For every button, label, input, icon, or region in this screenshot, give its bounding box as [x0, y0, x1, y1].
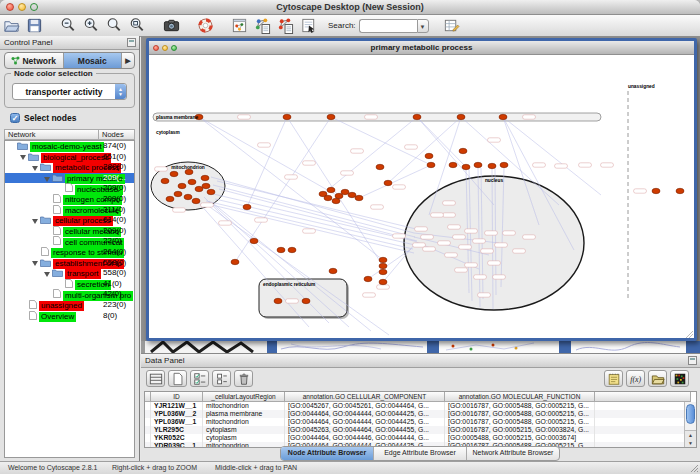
scrollbar-arrows[interactable]: ▲▼ — [685, 430, 696, 447]
tree-row-unassigned[interactable]: unassigned223(0) — [5, 300, 134, 311]
network-node[interactable] — [185, 169, 193, 174]
expander-icon[interactable] — [32, 261, 38, 266]
network-node[interactable] — [170, 171, 178, 176]
network-node[interactable] — [274, 298, 282, 303]
delete-attribute-button[interactable] — [234, 370, 253, 387]
close-icon[interactable] — [153, 45, 159, 51]
zoom-button[interactable] — [30, 3, 38, 11]
function-fx-button[interactable]: f(x) — [626, 370, 645, 387]
dropdown-stepper-icon[interactable]: ▲▼ — [115, 84, 126, 99]
column-header-id[interactable]: ID — [151, 392, 203, 402]
new-network-blue-button[interactable] — [252, 16, 273, 35]
table-row-YLR295C[interactable]: YLR295Ccytoplasm[GO:0045263, GO:0044464,… — [145, 426, 696, 434]
network-node[interactable] — [231, 259, 239, 264]
save-session-button[interactable] — [24, 16, 45, 35]
tab-overflow-arrow[interactable]: ▶ — [122, 53, 134, 68]
table-scrollbar[interactable]: ▲▼ — [684, 402, 696, 447]
tab-node-attribute-browser[interactable]: Node Attribute Browser — [281, 447, 374, 460]
network-node[interactable] — [192, 198, 200, 203]
tree-row-nucleobase-[interactable]: nucleobase-209(0) — [5, 183, 134, 194]
column-header-annotation-go-cellular-component[interactable]: annotation.GO CELLULAR_COMPONENT — [285, 392, 445, 402]
network-edge[interactable] — [323, 117, 417, 194]
network-edge[interactable] — [247, 117, 287, 207]
background-windows[interactable] — [141, 341, 700, 353]
network-canvas[interactable]: plasma membranecytoplasmmitochondrionnuc… — [149, 55, 694, 338]
network-node[interactable] — [449, 162, 457, 167]
resize-grip[interactable] — [690, 464, 699, 473]
canvas-resize-grip[interactable] — [686, 331, 693, 338]
network-node[interactable] — [427, 162, 435, 167]
tree-row-secretion[interactable]: secretion41(0) — [5, 279, 134, 290]
network-edge[interactable] — [209, 193, 414, 241]
network-node[interactable] — [379, 257, 387, 262]
network-node[interactable] — [202, 183, 210, 188]
network-node[interactable] — [488, 163, 496, 168]
network-node[interactable] — [332, 198, 340, 203]
network-node[interactable] — [243, 204, 251, 209]
zoom-fit-button[interactable] — [127, 16, 148, 35]
open-file-button[interactable] — [1, 16, 22, 35]
float-panel-icon[interactable] — [127, 38, 136, 47]
network-node[interactable] — [462, 164, 470, 169]
table-row-YPL036W__2[interactable]: YPL036W__2plasma membrane[GO:0044464, GO… — [145, 410, 696, 418]
table-row-YJR121W__1[interactable]: YJR121W__1mitochondrion[GO:0045267, GO:0… — [145, 402, 696, 410]
close-button[interactable] — [6, 3, 14, 11]
network-node[interactable] — [184, 194, 192, 199]
tree-row-cellular-process[interactable]: cellular process614(0) — [5, 215, 134, 226]
network-node[interactable] — [329, 268, 337, 273]
zoom-out-button[interactable] — [58, 16, 79, 35]
expander-icon[interactable] — [20, 155, 26, 160]
network-view-window[interactable]: primary metabolic process plasma membran… — [146, 38, 697, 341]
minimize-icon[interactable] — [162, 45, 168, 51]
search-dropdown-arrow-icon[interactable]: ▼ — [417, 19, 429, 33]
tree-row-mosaic-demo-yeast[interactable]: mosaic-demo-yeast874(0) — [5, 141, 134, 152]
tree-row-primary-metabo[interactable]: primary metabo209(... — [5, 173, 134, 184]
new-network-red-button[interactable] — [275, 16, 296, 35]
tab-network-attribute-browser[interactable]: Network Attribute Browser — [467, 447, 559, 460]
network-node[interactable] — [341, 189, 349, 194]
scrollbar-thumb[interactable] — [686, 404, 695, 424]
network-node[interactable] — [178, 183, 186, 188]
maximize-icon[interactable] — [171, 45, 177, 51]
float-panel-icon[interactable] — [688, 356, 697, 365]
tree-row-macromolecule[interactable]: macromolecule311(0) — [5, 205, 134, 216]
table-row-YKR052C[interactable]: YKR052Ccytoplasm[GO:0044464, GO:0044446,… — [145, 434, 696, 442]
network-node[interactable] — [277, 247, 285, 252]
network-node[interactable] — [327, 114, 335, 119]
network-node[interactable] — [384, 180, 392, 185]
link-table-button[interactable] — [441, 16, 462, 35]
tree-row-establishment-of-lo[interactable]: establishment of lo558(0) — [5, 258, 134, 269]
attribute-matrix-button[interactable] — [670, 370, 689, 387]
tree-row-overview[interactable]: Overview8(0) — [5, 311, 134, 322]
network-node[interactable] — [379, 269, 387, 274]
network-edge[interactable] — [235, 117, 331, 262]
network-node[interactable] — [500, 162, 508, 167]
tree-row-cellular-metabo[interactable]: cellular metabo209(0) — [5, 226, 134, 237]
network-node[interactable] — [201, 175, 209, 180]
network-node[interactable] — [348, 192, 356, 197]
network-node[interactable] — [379, 279, 387, 284]
network-node[interactable] — [174, 191, 182, 196]
network-node[interactable] — [379, 263, 387, 268]
network-node[interactable] — [302, 298, 310, 303]
tree-row-response-to-stimulu[interactable]: response to stimulu264(0) — [5, 247, 134, 258]
tab-mosaic[interactable]: Mosaic — [64, 53, 123, 68]
network-node[interactable] — [676, 188, 684, 193]
network-overview-button[interactable] — [229, 16, 250, 35]
network-node[interactable] — [188, 179, 196, 184]
network-edge[interactable] — [219, 189, 417, 241]
tree-row-transport[interactable]: transport558(0) — [5, 268, 134, 279]
network-node[interactable] — [652, 188, 660, 193]
annotation-button[interactable] — [298, 16, 319, 35]
network-edge[interactable] — [199, 203, 309, 327]
node-color-dropdown[interactable]: transporter activity ▲▼ — [12, 83, 127, 100]
network-node[interactable] — [474, 162, 482, 167]
network-node[interactable] — [355, 195, 363, 200]
column-header--cellularlayoutregion[interactable]: _cellularLayoutRegion — [203, 392, 285, 402]
network-node[interactable] — [459, 148, 467, 153]
tree-column-network[interactable]: Network — [4, 129, 98, 140]
select-attributes-button[interactable] — [190, 370, 209, 387]
help-lifesaver-button[interactable] — [195, 16, 216, 35]
network-node[interactable] — [457, 114, 465, 119]
network-node[interactable] — [327, 187, 335, 192]
